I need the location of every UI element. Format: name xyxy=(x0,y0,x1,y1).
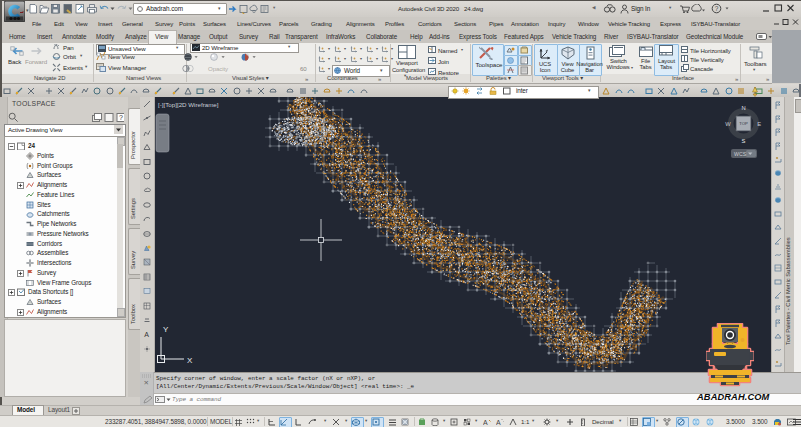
svg-text:X: X xyxy=(187,356,193,365)
svg-text:S: S xyxy=(742,138,746,144)
svg-text:WCS: WCS xyxy=(734,151,747,157)
svg-text:TOP: TOP xyxy=(739,121,748,126)
svg-text:A: A xyxy=(144,331,149,338)
svg-text:A: A xyxy=(483,419,488,426)
svg-text:N: N xyxy=(741,105,745,111)
svg-text:A: A xyxy=(496,419,501,426)
svg-text:?: ? xyxy=(715,5,719,12)
svg-text:Y: Y xyxy=(163,325,169,334)
svg-text:[-][Top][2D Wireframe]: [-][Top][2D Wireframe] xyxy=(158,101,219,108)
svg-text:?: ? xyxy=(119,114,123,121)
svg-text:W: W xyxy=(725,121,731,127)
svg-text:E: E xyxy=(757,121,761,127)
